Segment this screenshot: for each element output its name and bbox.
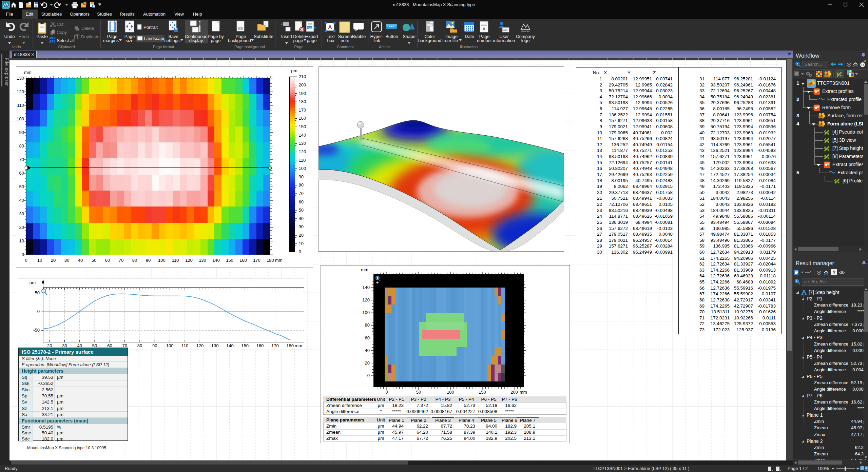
- svg-text:80: 80: [299, 182, 304, 188]
- svg-text:0: 0: [37, 309, 40, 314]
- svg-text:A: A: [328, 24, 332, 31]
- svg-text:mm: mm: [520, 390, 527, 395]
- svg-text:120: 120: [299, 149, 306, 154]
- svg-text:130: 130: [299, 141, 306, 146]
- svg-text:mm: mm: [24, 70, 32, 75]
- svg-text:100: 100: [447, 390, 454, 395]
- svg-text:µm: µm: [291, 68, 297, 73]
- svg-text:110: 110: [172, 258, 179, 263]
- svg-text:130: 130: [211, 343, 219, 348]
- svg-text:100: 100: [158, 258, 166, 263]
- svg-text:170: 170: [253, 258, 261, 263]
- svg-text:150: 150: [226, 258, 233, 263]
- svg-text:100: 100: [299, 166, 306, 171]
- svg-text:140: 140: [212, 258, 220, 263]
- svg-text:150: 150: [241, 343, 249, 348]
- svg-text:-50: -50: [33, 328, 40, 333]
- svg-text:60: 60: [299, 199, 304, 204]
- svg-text:130: 130: [199, 258, 206, 263]
- svg-text:120: 120: [362, 297, 370, 302]
- svg-text:120: 120: [17, 89, 24, 94]
- svg-text:100: 100: [166, 343, 174, 348]
- svg-text:110: 110: [181, 343, 189, 348]
- svg-text:160: 160: [299, 116, 306, 121]
- svg-text:170: 170: [271, 343, 279, 348]
- svg-text:µm: µm: [30, 280, 36, 285]
- svg-text:0: 0: [385, 390, 388, 395]
- svg-text:180: 180: [299, 99, 306, 104]
- svg-text:120: 120: [196, 343, 204, 348]
- svg-text:mm: mm: [361, 267, 368, 272]
- svg-text:100: 100: [362, 310, 370, 315]
- svg-text:Digital Surf: Digital Surf: [521, 30, 530, 32]
- svg-text:150: 150: [479, 390, 486, 395]
- svg-text:#: #: [483, 26, 485, 31]
- svg-text:50: 50: [35, 290, 40, 295]
- svg-text:100: 100: [17, 116, 24, 121]
- svg-text:90: 90: [152, 343, 157, 348]
- svg-text:180: 180: [286, 343, 294, 348]
- svg-text:40: 40: [19, 198, 24, 203]
- svg-text:60: 60: [105, 258, 110, 263]
- svg-text:50: 50: [92, 258, 96, 263]
- svg-text:200: 200: [510, 390, 518, 395]
- svg-text:90: 90: [299, 174, 304, 179]
- svg-text:mm: mm: [275, 258, 283, 263]
- svg-text:30: 30: [299, 224, 304, 229]
- svg-text:50: 50: [416, 390, 421, 395]
- svg-text:70: 70: [119, 258, 123, 263]
- svg-text:40: 40: [78, 258, 83, 263]
- svg-text:50: 50: [19, 184, 24, 189]
- svg-text:30: 30: [19, 211, 24, 216]
- svg-text:130: 130: [17, 76, 24, 81]
- svg-text:140: 140: [362, 285, 370, 290]
- svg-text:110: 110: [17, 103, 24, 108]
- svg-text:50: 50: [299, 208, 304, 213]
- svg-text:30: 30: [64, 258, 69, 263]
- svg-text:120: 120: [185, 258, 193, 263]
- svg-text:140: 140: [226, 343, 234, 348]
- svg-text:#: #: [240, 27, 242, 30]
- svg-text:mm: mm: [295, 343, 302, 348]
- svg-text:20: 20: [51, 258, 56, 263]
- svg-text:140: 140: [299, 133, 306, 138]
- svg-text:90: 90: [19, 130, 24, 135]
- svg-text:80: 80: [19, 143, 24, 149]
- svg-text:20: 20: [299, 233, 304, 238]
- svg-text:40: 40: [299, 216, 304, 221]
- svg-text:210: 210: [299, 74, 306, 79]
- svg-text:170: 170: [299, 107, 306, 113]
- svg-text:80: 80: [132, 258, 137, 263]
- svg-text:160: 160: [239, 258, 247, 263]
- svg-text:110: 110: [299, 158, 306, 163]
- svg-text:40: 40: [365, 348, 370, 353]
- svg-text:10: 10: [299, 241, 304, 246]
- svg-text:10: 10: [19, 238, 24, 243]
- svg-text:60: 60: [19, 171, 24, 176]
- svg-text:10: 10: [37, 258, 42, 263]
- svg-text:0: 0: [299, 249, 301, 254]
- svg-text:80: 80: [365, 322, 370, 328]
- svg-text:160: 160: [256, 343, 264, 348]
- svg-text:0: 0: [22, 252, 24, 257]
- svg-text:PNG: PNG: [307, 27, 312, 29]
- svg-text:80: 80: [137, 343, 142, 348]
- svg-text:0: 0: [25, 258, 27, 263]
- svg-text:0: 0: [367, 373, 370, 378]
- svg-text:180: 180: [267, 258, 274, 263]
- svg-text:190: 190: [299, 91, 306, 96]
- svg-text:70: 70: [299, 191, 304, 196]
- svg-text:150: 150: [299, 124, 306, 129]
- svg-text:20: 20: [365, 360, 370, 366]
- svg-text:200: 200: [299, 82, 306, 87]
- svg-text:90: 90: [146, 258, 151, 263]
- svg-text:60: 60: [365, 335, 370, 340]
- svg-text:20: 20: [19, 225, 24, 230]
- svg-text:70: 70: [19, 157, 24, 162]
